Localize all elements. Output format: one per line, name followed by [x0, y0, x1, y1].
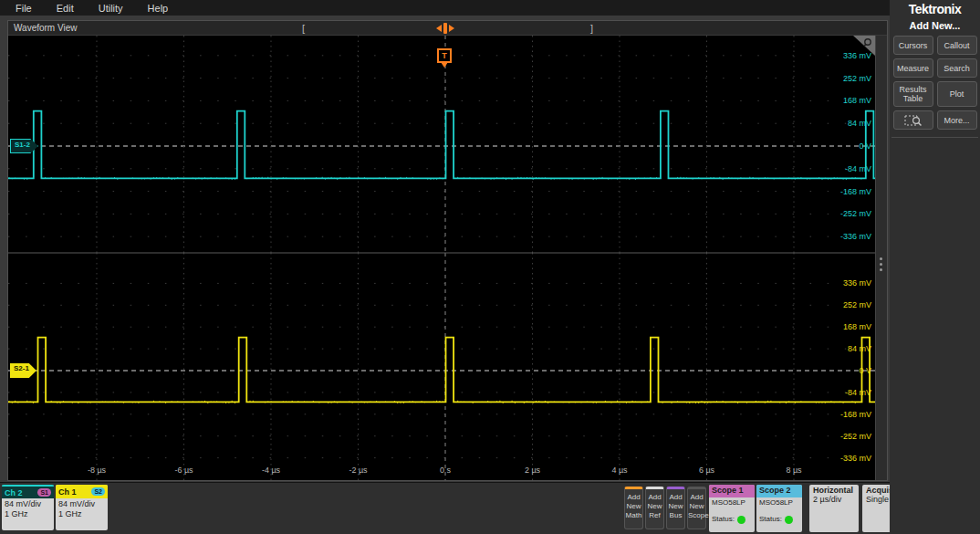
horizontal-badge[interactable]: Horizontal 2 µs/div: [809, 485, 859, 532]
more-button[interactable]: More...: [937, 110, 977, 130]
svg-text:-336 mV: -336 mV: [840, 232, 871, 241]
scope2-status-label: Status:: [759, 515, 782, 524]
svg-text:252 mV: 252 mV: [843, 300, 871, 309]
expansion-point-marker[interactable]: [436, 23, 454, 34]
expansion-arrow-left-icon: [436, 25, 442, 32]
add-new-heading: Add New...: [890, 20, 980, 31]
svg-text:-252 mV: -252 mV: [840, 432, 871, 441]
waveform-plot[interactable]: 336 mV252 mV168 mV84 mV0 V-84 mV-168 mV-…: [8, 36, 875, 480]
ch1-label: Ch 1: [58, 487, 77, 497]
bottom-right-fill: [890, 482, 980, 534]
scope2-title: Scope 2: [756, 485, 802, 497]
add-new-ref-button[interactable]: Add New Ref: [645, 487, 664, 529]
svg-text:-84 mV: -84 mV: [845, 164, 871, 173]
add-new-bus-button[interactable]: Add New Bus: [666, 487, 685, 529]
svg-text:-168 mV: -168 mV: [840, 187, 871, 196]
graticule-and-traces: 336 mV252 mV168 mV84 mV0 V-84 mV-168 mV-…: [8, 36, 875, 480]
svg-text:-84 mV: -84 mV: [845, 388, 871, 397]
scope2-badge[interactable]: Scope 2 MSO58LP Status:: [756, 485, 802, 532]
svg-text:84 mV: 84 mV: [848, 119, 871, 128]
scope1-badge[interactable]: Scope 1 MSO58LP Status:: [709, 485, 755, 532]
svg-text:8 µs: 8 µs: [786, 466, 802, 475]
results-table-button[interactable]: Results Table: [893, 81, 933, 107]
svg-text:-252 mV: -252 mV: [840, 209, 871, 218]
sidebar-separator: [891, 137, 978, 138]
menu-utility[interactable]: Utility: [99, 3, 123, 14]
search-button[interactable]: Search: [937, 58, 977, 78]
waveform-view: Waveform View [ ] 336 mV252 mV168 mV84 m…: [7, 20, 888, 481]
trigger-flag[interactable]: T: [437, 48, 452, 63]
right-sidebar: Tektronix Add New... Cursors Callout Mea…: [890, 0, 980, 534]
slice-resize-handle[interactable]: [880, 255, 883, 274]
svg-text:-336 mV: -336 mV: [840, 454, 871, 463]
horizontal-title: Horizontal: [813, 486, 855, 495]
scope2-status-dot: [785, 516, 793, 524]
channel-badge-ch1[interactable]: Ch 1 S2 84 mV/div 1 GHz: [56, 485, 108, 530]
ch1-scale: 84 mV/div: [58, 499, 105, 509]
svg-text:4 µs: 4 µs: [611, 466, 628, 475]
add-new-scope-button[interactable]: Add New Scope: [687, 487, 706, 529]
add-new-math-button[interactable]: Add New Math: [624, 487, 643, 529]
waveform-view-title: Waveform View: [14, 23, 77, 33]
bottom-bar: Ch 2 S1 84 mV/div 1 GHz Ch 1 S2 84 mV/di…: [0, 482, 890, 534]
slice-gutter: [875, 36, 887, 480]
menu-help[interactable]: Help: [148, 3, 169, 14]
svg-text:168 mV: 168 mV: [843, 322, 871, 331]
svg-text:168 mV: 168 mV: [843, 96, 871, 105]
zoom-select-button[interactable]: [893, 110, 933, 130]
scope1-status-dot: [737, 516, 745, 524]
svg-text:252 mV: 252 mV: [843, 74, 871, 83]
ch1-bandwidth: 1 GHz: [58, 509, 105, 519]
cursors-button[interactable]: Cursors: [893, 36, 933, 55]
svg-text:0 s: 0 s: [440, 466, 452, 475]
ch2-bandwidth: 1 GHz: [5, 509, 51, 519]
svg-text:336 mV: 336 mV: [843, 51, 871, 60]
menu-edit[interactable]: Edit: [57, 3, 74, 14]
expansion-point-icon: [443, 23, 447, 34]
scope1-status-label: Status:: [712, 515, 735, 524]
svg-text:-2 µs: -2 µs: [349, 466, 368, 475]
menu-bar: File Edit Utility Help: [0, 0, 980, 16]
ch2-scope-pill: S1: [37, 488, 51, 497]
ch2-scale: 84 mV/div: [5, 499, 51, 509]
svg-text:6 µs: 6 µs: [699, 466, 715, 475]
svg-text:-6 µs: -6 µs: [174, 466, 193, 475]
scope1-model: MSO58LP: [712, 498, 752, 508]
ch1-scope-pill: S2: [91, 487, 105, 496]
plot-button[interactable]: Plot: [937, 81, 977, 107]
zoom-select-icon: [904, 114, 923, 127]
measure-button[interactable]: Measure: [893, 58, 933, 78]
channel-badge-ch2[interactable]: Ch 2 S1 84 mV/div 1 GHz: [2, 485, 54, 530]
svg-text:-4 µs: -4 µs: [262, 466, 281, 475]
waveform-view-titlebar: Waveform View [ ]: [8, 21, 887, 36]
expansion-arrow-right-icon: [449, 25, 454, 32]
svg-text:336 mV: 336 mV: [843, 278, 871, 288]
horizontal-value: 2 µs/div: [813, 495, 855, 504]
scope1-title: Scope 1: [709, 485, 755, 497]
zoom-overview-bracket-right[interactable]: ]: [590, 23, 593, 34]
svg-text:84 mV: 84 mV: [848, 344, 871, 353]
svg-text:-168 mV: -168 mV: [840, 410, 871, 419]
svg-text:2 µs: 2 µs: [525, 466, 541, 475]
callout-button[interactable]: Callout: [937, 36, 977, 55]
scope2-model: MSO58LP: [759, 498, 799, 508]
tektronix-logo: Tektronix: [890, 2, 980, 16]
zoom-overview-bracket-left[interactable]: [: [302, 23, 305, 34]
svg-text:-8 µs: -8 µs: [88, 466, 107, 475]
ch2-label: Ch 2: [5, 488, 23, 497]
menu-file[interactable]: File: [16, 3, 32, 14]
